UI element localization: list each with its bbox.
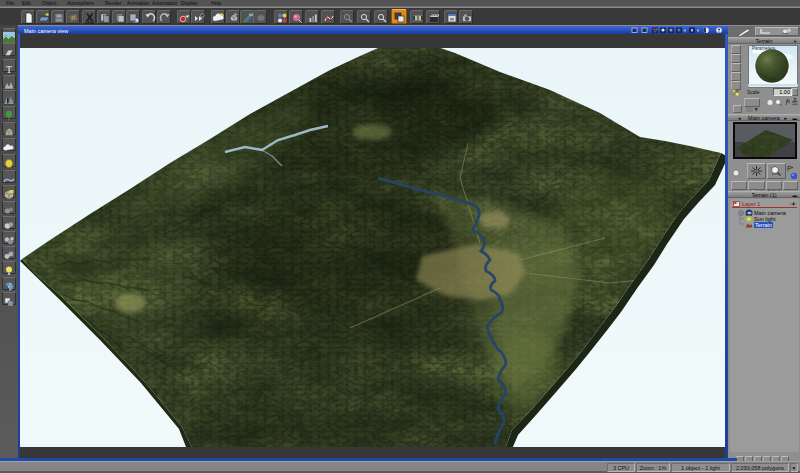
svg-text:52: 52 bbox=[792, 100, 798, 106]
svg-text:T: T bbox=[6, 64, 12, 75]
svg-text:Parameters: Parameters bbox=[752, 46, 776, 51]
